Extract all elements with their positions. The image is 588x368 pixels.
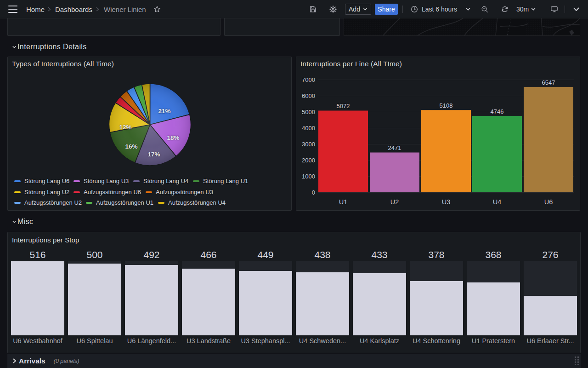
svg-text:5000: 5000	[302, 109, 315, 115]
svg-text:U1: U1	[339, 198, 348, 206]
svg-text:2000: 2000	[302, 157, 315, 164]
svg-text:6547: 6547	[542, 79, 555, 86]
svg-text:U2: U2	[390, 198, 399, 206]
svg-text:U4: U4	[493, 198, 502, 206]
svg-text:5072: 5072	[337, 103, 350, 109]
svg-text:4000: 4000	[302, 125, 315, 132]
svg-text:6000: 6000	[302, 92, 315, 99]
svg-text:3000: 3000	[302, 141, 315, 148]
svg-text:0: 0	[312, 189, 315, 196]
svg-text:2471: 2471	[388, 144, 401, 151]
svg-text:1000: 1000	[302, 173, 315, 180]
svg-text:U3: U3	[442, 198, 451, 206]
svg-text:7000: 7000	[302, 76, 315, 83]
svg-text:U6: U6	[544, 198, 553, 206]
svg-text:4746: 4746	[491, 108, 504, 115]
svg-text:5108: 5108	[440, 102, 453, 109]
